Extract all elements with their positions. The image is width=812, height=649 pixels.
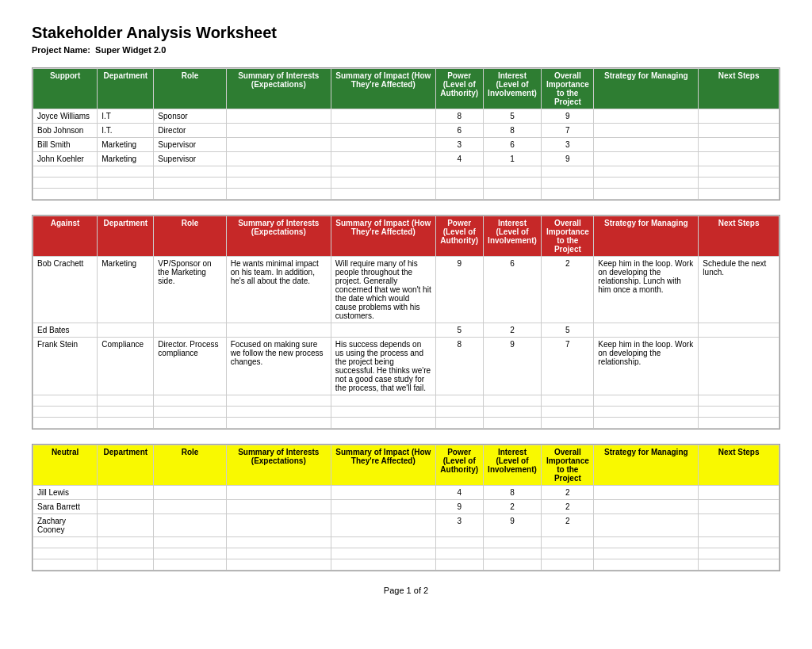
empty-cell bbox=[98, 178, 154, 189]
header-against-col-8: Strategy for Managing bbox=[594, 216, 699, 257]
empty-cell bbox=[98, 395, 154, 407]
empty-cell bbox=[699, 559, 779, 571]
cell-against-2-next bbox=[699, 338, 779, 395]
cell-against-1-interests bbox=[226, 323, 331, 338]
empty-cell bbox=[435, 178, 483, 189]
empty-cell bbox=[483, 418, 542, 429]
table-row-empty bbox=[33, 189, 779, 200]
empty-cell bbox=[154, 407, 226, 418]
header-support-col-7: Overall Importance to the Project bbox=[542, 69, 594, 109]
empty-cell bbox=[483, 166, 542, 178]
cell-neutral-0-power: 4 bbox=[435, 486, 483, 500]
empty-cell bbox=[699, 537, 779, 548]
cell-support-2-interests bbox=[226, 138, 331, 152]
cell-against-2-overall: 7 bbox=[542, 338, 594, 395]
table-row: Bob JohnsonI.T.Director687 bbox=[33, 124, 779, 138]
empty-cell bbox=[483, 189, 542, 200]
cell-support-1-name: Bob Johnson bbox=[33, 124, 98, 138]
table-row: John KoehlerMarketingSupervisor419 bbox=[33, 152, 779, 166]
table-row: Bill SmithMarketingSupervisor363 bbox=[33, 138, 779, 152]
header-neutral-col-4: Summary of Impact (How They're Affected) bbox=[331, 445, 435, 486]
header-neutral-col-9: Next Steps bbox=[699, 445, 779, 486]
empty-cell bbox=[226, 189, 331, 200]
empty-cell bbox=[33, 559, 98, 571]
empty-cell bbox=[435, 189, 483, 200]
empty-cell bbox=[594, 559, 699, 571]
cell-support-3-power: 4 bbox=[435, 152, 483, 166]
cell-neutral-1-impact bbox=[331, 500, 435, 514]
cell-against-0-next: Schedule the next lunch. bbox=[699, 257, 779, 323]
cell-support-3-interest: 1 bbox=[483, 152, 542, 166]
cell-against-1-overall: 5 bbox=[542, 323, 594, 338]
cell-support-2-interest: 6 bbox=[483, 138, 542, 152]
header-neutral-col-5: Power (Level of Authority) bbox=[435, 445, 483, 486]
header-against-col-3: Summary of Interests (Expectations) bbox=[226, 216, 331, 257]
header-against-col-5: Power (Level of Authority) bbox=[435, 216, 483, 257]
table-row: Ed Bates525 bbox=[33, 323, 779, 338]
table-row-empty bbox=[33, 548, 779, 559]
cell-support-0-strategy bbox=[594, 109, 699, 124]
cell-support-2-impact bbox=[331, 138, 435, 152]
header-against-col-2: Role bbox=[154, 216, 226, 257]
cell-support-2-power: 3 bbox=[435, 138, 483, 152]
cell-neutral-1-dept bbox=[98, 500, 154, 514]
empty-cell bbox=[98, 537, 154, 548]
project-name-row: Project Name: Super Widget 2.0 bbox=[32, 45, 780, 55]
cell-neutral-2-dept bbox=[98, 514, 154, 537]
empty-cell bbox=[33, 178, 98, 189]
header-support-col-0: Support bbox=[33, 69, 98, 109]
header-support-col-8: Strategy for Managing bbox=[594, 69, 699, 109]
empty-cell bbox=[98, 418, 154, 429]
cell-against-1-impact bbox=[331, 323, 435, 338]
cell-support-3-overall: 9 bbox=[542, 152, 594, 166]
cell-against-2-power: 8 bbox=[435, 338, 483, 395]
cell-neutral-0-next bbox=[699, 486, 779, 500]
header-against-col-7: Overall Importance to the Project bbox=[542, 216, 594, 257]
empty-cell bbox=[331, 548, 435, 559]
cell-neutral-0-overall: 2 bbox=[542, 486, 594, 500]
cell-support-2-name: Bill Smith bbox=[33, 138, 98, 152]
header-support-col-9: Next Steps bbox=[699, 69, 779, 109]
empty-cell bbox=[154, 166, 226, 178]
empty-cell bbox=[699, 418, 779, 429]
cell-support-3-next bbox=[699, 152, 779, 166]
cell-support-3-dept: Marketing bbox=[98, 152, 154, 166]
empty-cell bbox=[331, 537, 435, 548]
header-support-col-6: Interest (Level of Involvement) bbox=[483, 69, 542, 109]
cell-neutral-2-next bbox=[699, 514, 779, 537]
empty-cell bbox=[594, 166, 699, 178]
header-support-col-3: Summary of Interests (Expectations) bbox=[226, 69, 331, 109]
header-neutral-col-6: Interest (Level of Involvement) bbox=[483, 445, 542, 486]
cell-neutral-2-impact bbox=[331, 514, 435, 537]
empty-cell bbox=[542, 537, 594, 548]
empty-cell bbox=[542, 559, 594, 571]
cell-against-0-impact: Will require many of his people througho… bbox=[331, 257, 435, 323]
table-row: Zachary Cooney392 bbox=[33, 514, 779, 537]
table-row-empty bbox=[33, 178, 779, 189]
cell-against-2-name: Frank Stein bbox=[33, 338, 98, 395]
table-row-empty bbox=[33, 559, 779, 571]
section-neutral: NeutralDepartmentRoleSummary of Interest… bbox=[32, 444, 780, 571]
cell-against-0-power: 9 bbox=[435, 257, 483, 323]
empty-cell bbox=[154, 559, 226, 571]
cell-neutral-1-strategy bbox=[594, 500, 699, 514]
page-title: Stakeholder Analysis Worksheet bbox=[32, 24, 780, 42]
cell-against-1-strategy bbox=[594, 323, 699, 338]
cell-support-0-role: Sponsor bbox=[154, 109, 226, 124]
cell-against-0-overall: 2 bbox=[542, 257, 594, 323]
empty-cell bbox=[226, 537, 331, 548]
empty-cell bbox=[542, 418, 594, 429]
empty-cell bbox=[483, 395, 542, 407]
cell-neutral-2-strategy bbox=[594, 514, 699, 537]
cell-against-2-dept: Compliance bbox=[98, 338, 154, 395]
empty-cell bbox=[226, 559, 331, 571]
empty-cell bbox=[331, 559, 435, 571]
empty-cell bbox=[699, 395, 779, 407]
header-against-col-1: Department bbox=[98, 216, 154, 257]
table-row-empty bbox=[33, 166, 779, 178]
table-row: Sara Barrett922 bbox=[33, 500, 779, 514]
empty-cell bbox=[226, 178, 331, 189]
empty-cell bbox=[483, 559, 542, 571]
empty-cell bbox=[98, 559, 154, 571]
cell-support-0-next bbox=[699, 109, 779, 124]
